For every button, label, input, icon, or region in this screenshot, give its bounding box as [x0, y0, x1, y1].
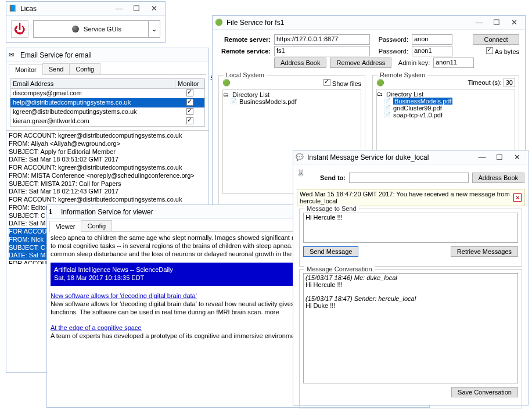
password2-input[interactable]: anon1 [412, 46, 452, 56]
convo-log[interactable]: (15/03/17 18:46) Me: duke_local Hi Hercu… [303, 273, 518, 383]
showfiles-check[interactable]: Show files [323, 79, 361, 87]
im-window: 💬 Instant Message Service for duke_local… [293, 150, 529, 406]
file-title: File Service for fs1 [227, 19, 470, 27]
retrieve-button[interactable]: Retrieve Messages [451, 246, 518, 257]
folder-up-icon[interactable]: 🟢 [222, 79, 231, 87]
remote-server-label: Remote server: [218, 36, 271, 43]
remote-file-0[interactable]: BusinessModels.pdf [385, 98, 513, 105]
close-icon[interactable]: ✕ [145, 3, 163, 15]
file-titlebar[interactable]: 🟢 File Service for fs1 — ☐ ✕ [213, 16, 525, 30]
table-row[interactable]: discompsys@gmail.com [10, 89, 204, 98]
licas-title: Licas [20, 5, 110, 13]
tab-viewer[interactable]: Viewer [49, 221, 81, 232]
tab-monitor[interactable]: Monitor [9, 64, 43, 75]
minimize-icon[interactable]: — [473, 152, 491, 163]
adminkey-label: Admin key: [395, 59, 430, 66]
im-addressbook-button[interactable]: Address Book [472, 173, 524, 183]
service-guis-label: Service GUIs [84, 26, 121, 33]
link2[interactable]: At the edge of a cognitive space [51, 324, 142, 331]
service-guis-dropdown[interactable]: Service GUIs ⌄ [33, 20, 160, 38]
password2-label: Password: [373, 48, 408, 55]
remote-server-dropdown[interactable]: https://127.0.0.1:8877 [274, 34, 370, 45]
tab-send[interactable]: Send [42, 63, 70, 74]
licas-titlebar[interactable]: 📘 Licas — ☐ ✕ [6, 2, 165, 16]
table-row[interactable]: kieran.greer@ntlworld.com [10, 117, 204, 126]
email-title: Email Service for email [20, 51, 206, 59]
maximize-icon[interactable]: ☐ [491, 152, 508, 163]
email-titlebar[interactable]: ✉ Email Service for email [6, 48, 209, 62]
tab-config[interactable]: Config [69, 63, 100, 74]
table-row[interactable]: help@distributedcomputingsystems.co.uk [10, 98, 204, 107]
remote-service-label: Remote service: [218, 48, 271, 55]
tab-config[interactable]: Config [81, 220, 112, 231]
removeaddress-button[interactable]: Remove Address [330, 58, 391, 68]
sendto-label: Send to: [320, 174, 346, 181]
close-icon[interactable]: ✕ [505, 17, 523, 28]
email-icon: ✉ [9, 51, 17, 59]
avatar-icon: 🐰 [297, 169, 317, 186]
licas-icon: 📘 [9, 5, 17, 13]
remote-file-2[interactable]: soap-tcp-v1.0.pdf [385, 112, 513, 119]
minimize-icon[interactable]: — [110, 3, 128, 15]
remote-service-dropdown[interactable]: fs1 [274, 46, 370, 56]
addressbook-button[interactable]: Address Book [274, 58, 326, 68]
im-title: Instant Message Service for duke_local [307, 153, 473, 162]
timeout-input[interactable]: 30 [504, 78, 515, 87]
im-titlebar[interactable]: 💬 Instant Message Service for duke_local… [293, 150, 528, 164]
remote-file-1[interactable]: gridCluster99.pdf [385, 105, 513, 112]
licas-window: 📘 Licas — ☐ ✕ ⏻ Service GUIs ⌄ [6, 1, 166, 43]
password-label: Password: [373, 36, 408, 43]
save-convo-button[interactable]: Save Conversation [451, 387, 518, 397]
col-monitor[interactable]: Monitor [175, 79, 204, 88]
local-file-0[interactable]: BusinessModels.pdf [231, 98, 360, 105]
send-button[interactable]: Send Message [303, 246, 358, 257]
notice-text: Wed Mar 15 18:47:20 GMT 2017: You have r… [300, 191, 513, 204]
email-table[interactable]: Email Address Monitor discompsys@gmail.c… [10, 78, 205, 127]
convo-legend: Message Conversation [304, 266, 375, 272]
col-email[interactable]: Email Address [10, 79, 175, 88]
connect-button[interactable]: Connect [473, 34, 519, 45]
im-icon: 💬 [296, 153, 304, 162]
sendto-input[interactable] [349, 173, 469, 183]
close-icon[interactable]: ✕ [508, 152, 526, 163]
asbytes-check[interactable]: As bytes [486, 47, 519, 55]
compose-input[interactable]: Hi Hercule !!! [303, 213, 518, 243]
maximize-icon[interactable]: ☐ [128, 3, 145, 15]
power-icon[interactable]: ⏻ [11, 20, 28, 38]
password1-input[interactable]: anon [412, 34, 452, 45]
chevron-down-icon[interactable]: ⌄ [148, 21, 160, 37]
dot-icon [72, 26, 79, 33]
maximize-icon[interactable]: ☐ [488, 17, 505, 28]
msgtosend-legend: Message to Send [304, 205, 359, 212]
adminkey-input[interactable]: anon11 [433, 58, 474, 68]
local-legend: Local System [224, 71, 267, 78]
local-dirlist[interactable]: Directory List [224, 91, 360, 98]
email-tabs: Monitor Send Config [9, 63, 206, 75]
notice-close-icon[interactable]: ✕ [513, 193, 522, 202]
table-row[interactable]: kgreer@distributedcomputingsystems.co.uk [10, 107, 204, 117]
file-icon: 🟢 [215, 19, 223, 27]
timeout-label: Timeout (s): [468, 79, 501, 86]
remote-dirlist[interactable]: Directory List [378, 91, 513, 98]
link1[interactable]: New software allows for 'decoding digita… [51, 292, 197, 299]
remote-legend: Remote System [378, 71, 427, 78]
info-icon: ℹ [49, 208, 57, 216]
minimize-icon[interactable]: — [470, 17, 488, 28]
asbytes-label: As bytes [495, 48, 519, 55]
folder-up-icon[interactable]: 🟢 [376, 79, 384, 87]
